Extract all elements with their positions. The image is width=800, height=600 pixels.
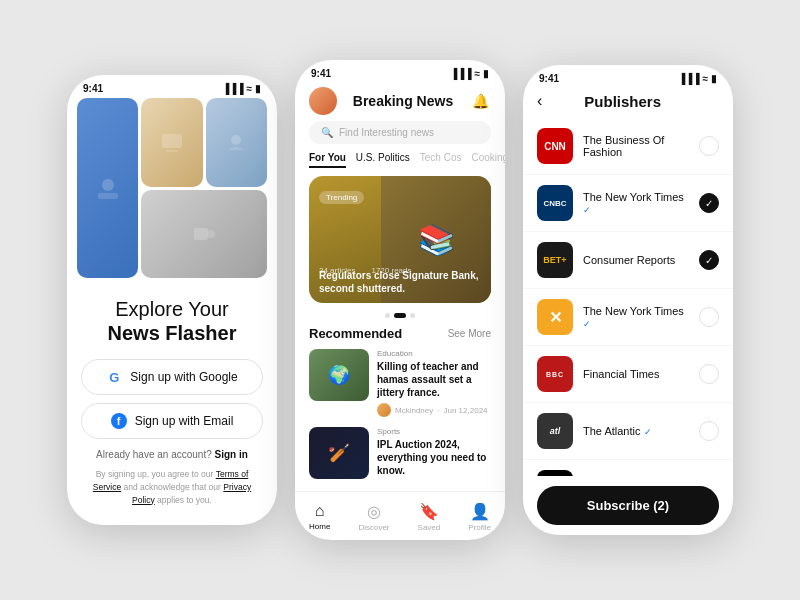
terms-suffix: applies to you.: [157, 495, 212, 505]
profile-icon: 👤: [470, 502, 490, 521]
see-more-link[interactable]: See More: [448, 328, 491, 339]
phone-news-feed: 9:41 ▐▐▐ ≈ ▮ Breaking News 🔔 🔍 Find Inte…: [295, 60, 505, 540]
svg-point-6: [207, 230, 215, 238]
pub-check-2[interactable]: ✓: [699, 193, 719, 213]
nav-home-label: Home: [309, 522, 330, 531]
nav-profile[interactable]: 👤 Profile: [468, 502, 491, 532]
phone-publishers: 9:41 ▐▐▐ ≈ ▮ ‹ Publishers CNN The Busine…: [523, 65, 733, 535]
time-2: 9:41: [311, 68, 331, 79]
publisher-item-2[interactable]: CNBC The New York Times ✓ ✓: [523, 175, 733, 232]
publisher-item-3[interactable]: BET+ Consumer Reports ✓: [523, 232, 733, 289]
wifi-icon-3: ≈: [703, 73, 709, 84]
publishers-page-title: Publishers: [552, 93, 693, 110]
back-button[interactable]: ‹: [537, 92, 542, 110]
tagline: Explore Your News Flasher: [67, 288, 277, 359]
news-meta-1: Mckindney · Jun 12,2024: [377, 403, 491, 417]
pub-check-5[interactable]: [699, 364, 719, 384]
bottom-nav: ⌂ Home ◎ Discover 🔖 Saved 👤 Profile: [295, 491, 505, 540]
publisher-item-7[interactable]: B Bloomberg: [523, 460, 733, 476]
status-bar-2: 9:41 ▐▐▐ ≈ ▮: [295, 60, 505, 83]
verified-badge-4: ✓: [583, 319, 591, 329]
news-content-1: Education Killing of teacher and hamas a…: [377, 349, 491, 417]
email-signup-button[interactable]: f Sign up with Email: [81, 403, 263, 439]
time-1: 9:41: [83, 83, 103, 94]
nav-home[interactable]: ⌂ Home: [309, 502, 330, 532]
bloomberg-logo: B: [537, 470, 573, 476]
terms-middle: and acknowledge that our: [124, 482, 221, 492]
sign-in-link[interactable]: Sign in: [215, 449, 248, 460]
saved-icon: 🔖: [419, 502, 439, 521]
tab-us-politics[interactable]: U.S. Politics: [356, 152, 410, 168]
discover-icon: ◎: [367, 502, 381, 521]
status-bar-3: 9:41 ▐▐▐ ≈ ▮: [523, 65, 733, 88]
page-title: Breaking News: [353, 93, 453, 109]
svg-point-0: [102, 179, 114, 191]
status-icons-2: ▐▐▐ ≈ ▮: [450, 68, 489, 79]
subscribe-button[interactable]: Subscribe (2): [537, 486, 719, 525]
battery-icon-3: ▮: [711, 73, 717, 84]
hero-img-2: [141, 98, 202, 187]
facebook-icon: f: [111, 413, 127, 429]
dot-3: [410, 313, 415, 318]
news-item-1[interactable]: 🌍 Education Killing of teacher and hamas…: [295, 349, 505, 427]
search-placeholder: Find Interesting news: [339, 127, 434, 138]
notification-bell-icon[interactable]: 🔔: [469, 90, 491, 112]
news-category-1: Education: [377, 349, 491, 358]
trending-headline: Regulators close Signature Bank, second …: [319, 269, 481, 295]
dot-1: [385, 313, 390, 318]
pub-name-3: Consumer Reports: [583, 254, 689, 266]
hero-img-1: [77, 98, 138, 278]
dot-2: [394, 313, 406, 318]
signal-icon-2: ▐▐▐: [450, 68, 471, 79]
publisher-item-6[interactable]: atl The Atlantic ✓: [523, 403, 733, 460]
pub-check-1[interactable]: [699, 136, 719, 156]
nav-saved[interactable]: 🔖 Saved: [418, 502, 441, 532]
search-icon: 🔍: [321, 127, 333, 138]
trending-card[interactable]: Trending 📚 34 articles 1720 reads Regula…: [309, 176, 491, 303]
svg-rect-1: [98, 193, 118, 199]
pub-check-4[interactable]: [699, 307, 719, 327]
terms-text: By signing up, you agree to our Terms of…: [67, 460, 277, 506]
nav-profile-label: Profile: [468, 523, 491, 532]
news-item-2[interactable]: 🏏 Sports IPL Auction 2024, everything yo…: [295, 427, 505, 491]
news-dot-sep: ·: [437, 406, 439, 415]
avatar[interactable]: [309, 87, 337, 115]
google-signup-button[interactable]: G Sign up with Google: [81, 359, 263, 395]
pub-name-4: The New York Times ✓: [583, 305, 689, 329]
cnn-logo: CNN: [537, 128, 573, 164]
publisher-item-1[interactable]: CNN The Business Of Fashion: [523, 118, 733, 175]
auth-buttons: G Sign up with Google f Sign up with Ema…: [67, 359, 277, 439]
publisher-item-5[interactable]: BBC Financial Times: [523, 346, 733, 403]
nyt2-logo: ✕: [537, 299, 573, 335]
news-thumb-1: 🌍: [309, 349, 369, 401]
svg-rect-2: [162, 134, 182, 148]
google-icon: G: [106, 369, 122, 385]
pub-check-3[interactable]: ✓: [699, 250, 719, 270]
nav-discover[interactable]: ◎ Discover: [358, 502, 389, 532]
wifi-icon-2: ≈: [475, 68, 481, 79]
google-btn-label: Sign up with Google: [130, 370, 237, 384]
tagline-line2: News Flasher: [83, 322, 261, 345]
pub-name-1: The Business Of Fashion: [583, 134, 689, 158]
news-date-1: Jun 12,2024: [443, 406, 487, 415]
tab-cooking[interactable]: Cooking: [471, 152, 505, 168]
recommended-title: Recommended: [309, 326, 402, 341]
hero-img-4: [141, 190, 267, 279]
cnbc-logo: CNBC: [537, 185, 573, 221]
news-thumb-2: 🏏: [309, 427, 369, 479]
tab-for-you[interactable]: For You: [309, 152, 346, 168]
pub-name-5: Financial Times: [583, 368, 689, 380]
pub-check-6[interactable]: [699, 421, 719, 441]
status-bar-1: 9:41 ▐▐▐ ≈ ▮: [67, 75, 277, 98]
status-icons-1: ▐▐▐ ≈ ▮: [222, 83, 261, 94]
tab-tech-cos[interactable]: Tech Cos: [420, 152, 462, 168]
svg-rect-3: [166, 150, 178, 152]
publisher-item-4[interactable]: ✕ The New York Times ✓: [523, 289, 733, 346]
nav-saved-label: Saved: [418, 523, 441, 532]
news-content-2: Sports IPL Auction 2024, everything you …: [377, 427, 491, 481]
news-category-2: Sports: [377, 427, 491, 436]
hero-img-3: [206, 98, 267, 187]
search-bar[interactable]: 🔍 Find Interesting news: [309, 121, 491, 144]
news-title-2: IPL Auction 2024, everything you need to…: [377, 438, 491, 477]
svg-point-4: [231, 135, 241, 145]
